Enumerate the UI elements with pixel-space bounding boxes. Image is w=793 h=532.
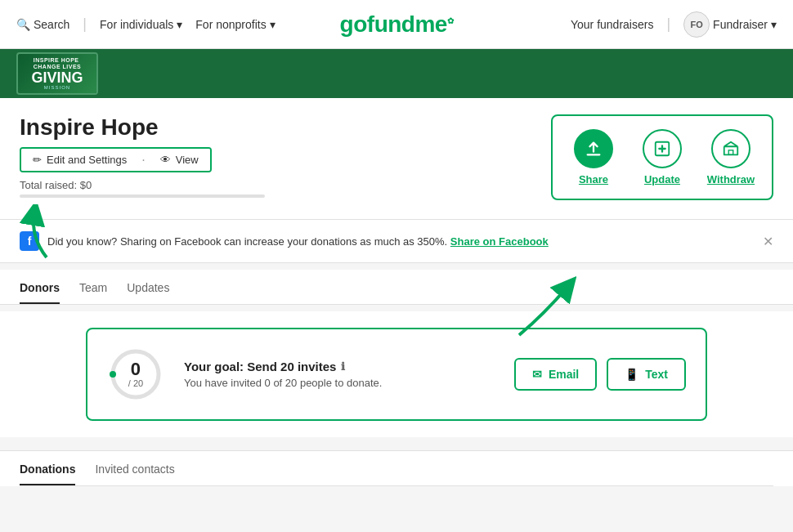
update-icon-circle — [643, 129, 682, 168]
withdraw-icon-circle — [711, 129, 750, 168]
tab-donations[interactable]: Donations — [20, 451, 75, 485]
navbar: 🔍 Search | For individuals ▾ For nonprof… — [0, 0, 793, 49]
avatar: FO — [683, 11, 710, 38]
email-invite-button[interactable]: ✉ Email — [514, 358, 597, 391]
nav-divider-2: | — [666, 16, 670, 33]
circle-number: 0 — [128, 360, 143, 378]
fundraiser-title: Inspire Hope — [20, 114, 265, 141]
progress-bar-container — [20, 194, 265, 198]
svg-point-6 — [110, 371, 116, 378]
search-label: Search — [34, 18, 69, 31]
invite-info: Your goal: Send 20 invites ℹ You have in… — [184, 360, 495, 389]
invite-card: 0 / 20 Your goal: Send 20 invites ℹ You … — [86, 328, 707, 421]
fundraiser-nav-item[interactable]: FO Fundraiser ▾ — [683, 11, 777, 38]
nav-divider-1: | — [83, 16, 87, 33]
update-button[interactable]: Update — [638, 129, 687, 186]
edit-view-bar: ✏ Edit and Settings · 👁 View — [20, 147, 212, 172]
search-icon: 🔍 — [16, 18, 30, 31]
withdraw-label: Withdraw — [707, 173, 755, 186]
invite-section: 0 / 20 Your goal: Send 20 invites ℹ You … — [0, 311, 793, 437]
main-tabs-row: Donors Team Updates — [20, 270, 773, 304]
banner-logo-main: GIVING — [31, 70, 83, 85]
chevron-down-icon-3: ▾ — [771, 18, 777, 31]
edit-settings-button[interactable]: ✏ Edit and Settings — [21, 149, 138, 171]
fundraiser-header: Inspire Hope ✏ Edit and Settings · 👁 Vie… — [20, 114, 773, 204]
donations-section: Donations Invited contacts — [0, 450, 793, 486]
your-fundraisers-link[interactable]: Your fundraisers — [571, 18, 653, 31]
circle-progress: 0 / 20 — [107, 346, 164, 403]
close-facebook-notice-button[interactable]: ✕ — [763, 234, 773, 249]
view-button[interactable]: 👁 View — [149, 149, 210, 171]
action-box: Share Update Withdraw — [551, 114, 773, 200]
tab-updates[interactable]: Updates — [127, 270, 169, 304]
text-invite-button[interactable]: 📱 Text — [607, 358, 686, 391]
invite-goal-sub: You have invited 0 of 20 people to donat… — [184, 377, 495, 389]
for-individuals-nav-item[interactable]: For individuals ▾ — [100, 18, 182, 31]
facebook-notice-text: Did you know? Sharing on Facebook can in… — [47, 235, 549, 248]
withdraw-button[interactable]: Withdraw — [706, 129, 755, 186]
for-individuals-label: For individuals — [100, 18, 173, 31]
banner-logo-sub: MISSION — [44, 85, 70, 90]
total-raised-text: Total raised: $0 — [20, 179, 265, 191]
facebook-notice: f Did you know? Sharing on Facebook can … — [0, 219, 793, 263]
green-banner: INSPIRE HOPE CHANGE LIVES GIVING MISSION — [0, 49, 793, 98]
invite-goal-title: Your goal: Send 20 invites ℹ — [184, 360, 495, 373]
banner-logo: INSPIRE HOPE CHANGE LIVES GIVING MISSION — [16, 52, 98, 95]
circle-sub: / 20 — [128, 378, 143, 388]
share-icon-circle — [574, 129, 613, 168]
share-button[interactable]: Share — [569, 129, 618, 186]
phone-icon: 📱 — [625, 368, 638, 381]
chevron-down-icon: ▾ — [177, 18, 182, 31]
gofundme-logo[interactable]: gofundme✿ — [340, 11, 454, 37]
fundraiser-label: Fundraiser — [713, 18, 768, 31]
tab-team[interactable]: Team — [79, 270, 107, 304]
email-icon: ✉ — [532, 368, 542, 381]
donations-tabs: Donations Invited contacts — [20, 451, 773, 486]
for-nonprofits-label: For nonprofits — [195, 18, 266, 31]
banner-logo-line1: INSPIRE HOPE CHANGE LIVES — [34, 57, 82, 69]
nav-right: Your fundraisers | FO Fundraiser ▾ — [571, 11, 777, 38]
eye-icon: 👁 — [160, 154, 171, 166]
edit-view-divider: · — [138, 153, 148, 168]
invite-actions: ✉ Email 📱 Text — [514, 358, 686, 391]
main-tabs-section: Donors Team Updates — [0, 270, 793, 305]
update-label: Update — [644, 173, 680, 186]
nav-left: 🔍 Search | For individuals ▾ For nonprof… — [16, 16, 276, 33]
tab-invited-contacts[interactable]: Invited contacts — [95, 451, 174, 485]
logo-container: gofundme✿ — [340, 11, 454, 38]
arrow-left-annotation — [18, 204, 59, 264]
tab-donors[interactable]: Donors — [20, 270, 60, 304]
chevron-down-icon-2: ▾ — [270, 18, 276, 31]
fundraiser-main-section: Inspire Hope ✏ Edit and Settings · 👁 Vie… — [0, 98, 793, 219]
share-on-facebook-link[interactable]: Share on Facebook — [450, 235, 549, 248]
search-nav-item[interactable]: 🔍 Search — [16, 18, 69, 31]
arrow-right-annotation — [511, 274, 576, 342]
fundraiser-left: Inspire Hope ✏ Edit and Settings · 👁 Vie… — [20, 114, 265, 204]
edit-icon: ✏ — [33, 154, 42, 166]
for-nonprofits-nav-item[interactable]: For nonprofits ▾ — [195, 18, 275, 31]
share-label: Share — [579, 173, 608, 186]
info-icon: ℹ — [341, 360, 345, 373]
